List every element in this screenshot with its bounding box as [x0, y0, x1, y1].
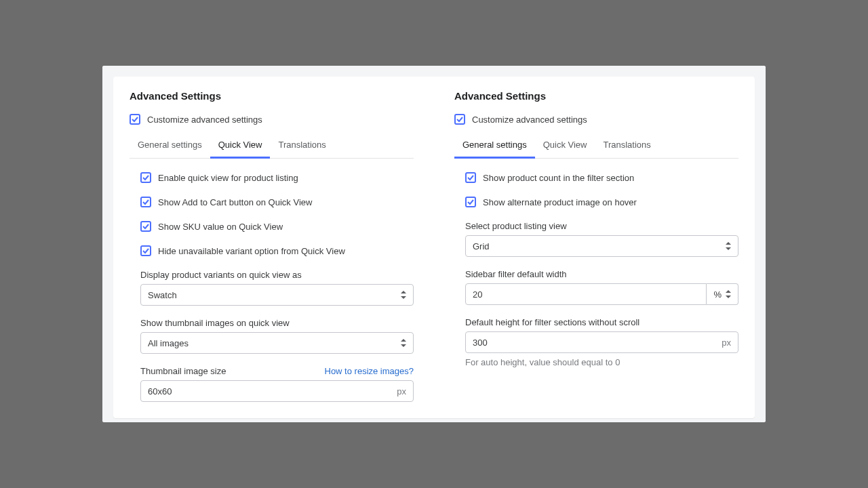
sidebar-width-input-group: 20 %	[465, 283, 738, 305]
sidebar-width-unit-select[interactable]: %	[707, 283, 738, 305]
customize-checkbox[interactable]	[454, 114, 465, 125]
customize-toggle-row: Customize advanced settings	[454, 114, 738, 125]
tabs: General settings Quick View Translations	[454, 134, 738, 159]
check-icon	[456, 116, 463, 123]
tab-quick-view[interactable]: Quick View	[210, 134, 271, 159]
select-sort-icon	[401, 339, 406, 347]
resize-help-link[interactable]: How to resize images?	[325, 366, 414, 376]
sidebar-width-input[interactable]: 20	[465, 283, 707, 305]
select-sort-icon	[401, 291, 406, 299]
select-sort-icon	[726, 242, 731, 250]
filter-height-unit: px	[716, 338, 731, 348]
show-alt-image-label: Show alternate product image on hover	[483, 197, 637, 207]
tab-translations[interactable]: Translations	[270, 134, 334, 159]
listing-view-label: Select product listing view	[465, 221, 738, 231]
show-sku-label: Show SKU value on Quick View	[158, 222, 283, 232]
settings-card: Advanced Settings Customize advanced set…	[113, 77, 755, 418]
panel-title: Advanced Settings	[130, 90, 414, 102]
thumb-size-label-row: Thumbnail image size How to resize image…	[140, 366, 414, 376]
show-sku-row: Show SKU value on Quick View	[140, 221, 414, 232]
thumb-size-value: 60x60	[148, 386, 391, 396]
listing-view-select[interactable]: Grid	[465, 235, 738, 257]
settings-window: Advanced Settings Customize advanced set…	[102, 66, 766, 422]
tab-general-settings[interactable]: General settings	[130, 134, 210, 159]
thumbnails-field: Show thumbnail images on quick view All …	[140, 318, 414, 354]
left-panel: Advanced Settings Customize advanced set…	[130, 90, 414, 402]
right-panel: Advanced Settings Customize advanced set…	[454, 90, 738, 402]
check-icon	[142, 199, 149, 205]
panel-title: Advanced Settings	[454, 90, 738, 102]
check-icon	[467, 199, 474, 205]
filter-height-value: 300	[473, 338, 716, 348]
enable-quickview-label: Enable quick view for product listing	[158, 173, 298, 183]
thumb-size-unit: px	[391, 386, 406, 396]
filter-height-input[interactable]: 300 px	[465, 331, 738, 353]
show-alt-image-row: Show alternate product image on hover	[465, 197, 738, 207]
show-product-count-row: Show product count in the filter section	[465, 172, 738, 183]
check-icon	[142, 174, 149, 181]
listing-view-field: Select product listing view Grid	[465, 221, 738, 257]
tabs: General settings Quick View Translations	[130, 134, 414, 159]
select-sort-icon	[726, 290, 731, 298]
customize-label: Customize advanced settings	[472, 115, 587, 125]
thumb-size-input[interactable]: 60x60 px	[140, 380, 414, 402]
listing-view-value: Grid	[473, 241, 490, 251]
thumbnails-label: Show thumbnail images on quick view	[140, 318, 414, 328]
customize-checkbox[interactable]	[130, 114, 140, 125]
variants-label: Display product variants on quick view a…	[140, 270, 414, 280]
enable-quickview-checkbox[interactable]	[140, 172, 151, 183]
show-addtocart-label: Show Add to Cart button on Quick View	[158, 197, 312, 207]
hide-unavailable-row: Hide unavailable variant option from Qui…	[140, 245, 414, 256]
enable-quickview-row: Enable quick view for product listing	[140, 172, 414, 183]
thumbnails-select[interactable]: All images	[140, 332, 414, 354]
tab-general-settings[interactable]: General settings	[454, 134, 535, 159]
show-addtocart-checkbox[interactable]	[140, 197, 151, 207]
customize-label: Customize advanced settings	[147, 115, 262, 125]
check-icon	[142, 247, 149, 254]
check-icon	[132, 116, 138, 123]
filter-height-helper: For auto height, value should equal to 0	[465, 357, 738, 367]
thumb-size-label: Thumbnail image size	[140, 366, 226, 376]
show-alt-image-checkbox[interactable]	[465, 197, 476, 207]
show-product-count-label: Show product count in the filter section	[483, 173, 634, 183]
check-icon	[467, 174, 474, 181]
variants-select[interactable]: Swatch	[140, 284, 414, 306]
filter-height-field: Default height for filter sections witho…	[465, 317, 738, 367]
sidebar-width-label: Sidebar filter default width	[465, 269, 738, 279]
customize-toggle-row: Customize advanced settings	[130, 114, 414, 125]
hide-unavailable-checkbox[interactable]	[140, 245, 151, 256]
sidebar-width-field: Sidebar filter default width 20 %	[465, 269, 738, 305]
variants-field: Display product variants on quick view a…	[140, 270, 414, 306]
show-sku-checkbox[interactable]	[140, 221, 151, 232]
thumbnails-value: All images	[148, 338, 189, 348]
show-addtocart-row: Show Add to Cart button on Quick View	[140, 197, 414, 207]
variants-value: Swatch	[148, 290, 177, 300]
sidebar-width-unit: %	[713, 289, 722, 300]
show-product-count-checkbox[interactable]	[465, 172, 476, 183]
check-icon	[142, 223, 149, 230]
thumb-size-field: Thumbnail image size How to resize image…	[140, 366, 414, 402]
filter-height-label: Default height for filter sections witho…	[465, 317, 738, 327]
tab-quick-view[interactable]: Quick View	[535, 134, 595, 159]
tab-translations[interactable]: Translations	[595, 134, 658, 159]
sidebar-width-value: 20	[473, 289, 699, 300]
hide-unavailable-label: Hide unavailable variant option from Qui…	[158, 246, 345, 256]
